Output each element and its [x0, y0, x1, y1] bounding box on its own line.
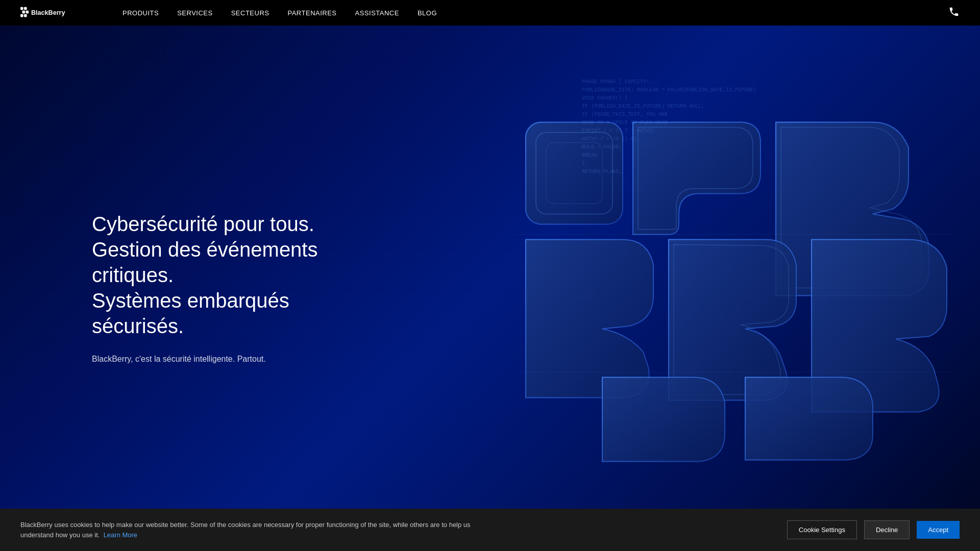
- nav-blog[interactable]: BLOG: [418, 9, 437, 17]
- nav-partenaires[interactable]: PARTENAIRES: [287, 9, 336, 17]
- nav-produits[interactable]: PRODUITS: [122, 9, 159, 17]
- nav-services[interactable]: SERVICES: [177, 9, 213, 17]
- hero-section: PHASE PROBA [ EXPCITY:... PUBLICSHARE_SI…: [0, 26, 980, 551]
- svg-rect-7: [526, 122, 623, 224]
- hero-headline-line2: Gestion des événements critiques.: [92, 238, 317, 286]
- cookie-buttons: Cookie Settings Decline Accept: [787, 520, 960, 539]
- cookie-accept-button[interactable]: Accept: [917, 521, 960, 539]
- nav-secteurs[interactable]: SECTEURS: [231, 9, 270, 17]
- cookie-banner: BlackBerry uses cookies to help make our…: [0, 509, 980, 551]
- hero-bb-graphic: [516, 112, 954, 479]
- nav-assistance[interactable]: ASSISTANCE: [355, 9, 399, 17]
- hero-headline-line3: Systèmes embarqués sécurisés.: [92, 289, 289, 337]
- svg-rect-3: [26, 11, 29, 14]
- hero-content: Cybersécurité pour tous. Gestion des évé…: [0, 211, 347, 365]
- navbar: BlackBerry PRODUITS SERVICES SECTEURS PA…: [0, 0, 980, 26]
- hero-subtext: BlackBerry, c'est la sécurité intelligen…: [92, 353, 347, 365]
- phone-icon[interactable]: [948, 6, 960, 20]
- svg-rect-4: [20, 14, 23, 17]
- svg-rect-2: [22, 11, 26, 14]
- nav-links: PRODUITS SERVICES SECTEURS PARTENAIRES A…: [122, 9, 948, 17]
- cookie-decline-button[interactable]: Decline: [864, 520, 910, 539]
- hero-headline-line1: Cybersécurité pour tous.: [92, 213, 314, 235]
- svg-rect-5: [24, 14, 27, 17]
- cookie-learn-more-link[interactable]: Learn More: [104, 531, 137, 539]
- cookie-text: BlackBerry uses cookies to help make our…: [20, 520, 480, 540]
- blackberry-logo-svg: BlackBerry: [20, 6, 92, 20]
- hero-headline: Cybersécurité pour tous. Gestion des évé…: [92, 211, 347, 339]
- svg-text:BlackBerry: BlackBerry: [31, 9, 65, 16]
- logo[interactable]: BlackBerry: [20, 6, 92, 20]
- svg-rect-1: [24, 7, 27, 10]
- cookie-settings-button[interactable]: Cookie Settings: [787, 520, 857, 539]
- svg-rect-0: [20, 7, 23, 10]
